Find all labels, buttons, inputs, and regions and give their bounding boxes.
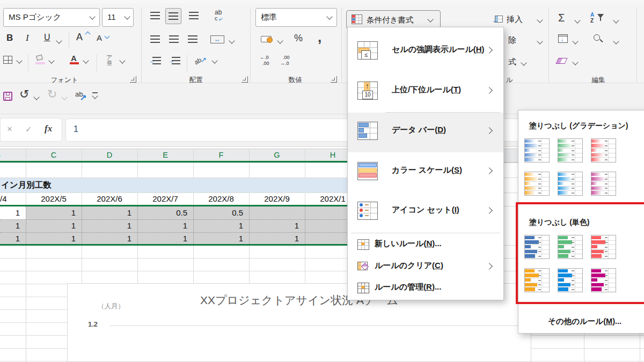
databar-style-gradient-3[interactable] — [591, 138, 616, 162]
cell-value[interactable]: 1 — [36, 208, 76, 217]
font-size-combo[interactable]: 11 — [102, 8, 134, 27]
databar-style-solid-2[interactable] — [558, 235, 583, 259]
ruby-button[interactable]: ア 亜 — [105, 54, 114, 68]
databar-style-solid-5[interactable] — [558, 268, 583, 292]
undo-chevron[interactable] — [33, 94, 39, 100]
currency-chevron[interactable] — [277, 38, 283, 43]
conditional-formatting-button[interactable]: 条件付き書式 — [346, 10, 441, 29]
undo-icon[interactable]: ↺ — [19, 87, 29, 101]
orientation-icon[interactable]: ab ↗ — [194, 55, 208, 68]
find-chevron[interactable] — [613, 38, 619, 44]
menu-item-new-rule[interactable]: 新しいルール(N)... — [348, 234, 503, 255]
borders-chevron[interactable] — [16, 57, 22, 63]
menu-item-top-bottom-rules[interactable]: ↑ 10 上位/下位ルール(T) — [348, 72, 503, 112]
cell-value[interactable]: 1 — [260, 221, 299, 230]
find-icon[interactable] — [594, 34, 603, 44]
column-header-G[interactable]: G — [249, 151, 305, 159]
cell-value[interactable]: 0.5 — [148, 208, 187, 217]
month-cell[interactable]: 202X/7 — [137, 194, 193, 203]
font-name-combo[interactable]: MS Pゴシック — [3, 8, 100, 27]
sort-filter-icon[interactable]: A Z — [590, 12, 609, 26]
cell-value[interactable]: 0.5 — [204, 208, 243, 217]
month-cell[interactable]: 202X/9 — [249, 194, 305, 203]
section-title-row[interactable]: イン月別工数 — [0, 178, 361, 193]
percent-button[interactable]: % — [294, 33, 303, 44]
databar-style-gradient-6[interactable] — [591, 172, 616, 196]
font-color-button[interactable]: A — [70, 54, 79, 64]
menu-item-manage-rules[interactable]: ルールの管理(R)... — [348, 277, 503, 299]
databar-style-solid-1[interactable] — [524, 235, 550, 259]
cell-value[interactable]: 1 — [260, 234, 299, 243]
cell-value[interactable]: 1 — [0, 221, 20, 230]
ruby-chevron[interactable] — [119, 57, 125, 63]
delete-button-partial[interactable]: 除 — [508, 35, 516, 46]
chevron-down-icon[interactable] — [326, 13, 332, 19]
cell-value[interactable]: 1 — [0, 234, 20, 243]
databar-style-solid-4[interactable] — [524, 268, 550, 292]
fill-down-icon[interactable]: ↓ — [558, 34, 568, 43]
format-button-partial[interactable]: 式 — [508, 57, 516, 67]
cell-value[interactable]: 1 — [148, 234, 187, 243]
month-cell[interactable]: /4 — [0, 194, 16, 203]
cell-value[interactable]: 1 — [204, 234, 243, 243]
align-middle-button[interactable] — [165, 8, 181, 24]
italic-button[interactable]: I — [26, 33, 29, 43]
cell-value[interactable]: 1 — [92, 208, 131, 217]
align-center-icon[interactable] — [169, 35, 179, 43]
insert-cells-button[interactable]: ← 挿入 — [491, 13, 544, 28]
cancel-button[interactable]: × — [7, 124, 12, 135]
column-header-D[interactable]: D — [82, 151, 137, 159]
clear-chevron[interactable] — [572, 59, 578, 65]
delete-chevron[interactable] — [537, 38, 543, 44]
customize-qat-icon[interactable] — [92, 92, 98, 99]
orientation-chevron[interactable] — [211, 57, 217, 63]
currency-icon[interactable] — [261, 35, 274, 45]
cell-value[interactable]: 1 — [92, 234, 131, 243]
autosum-button[interactable]: Σ — [558, 12, 565, 24]
align-dialog-launcher[interactable] — [241, 76, 248, 83]
underline-options-chevron[interactable] — [56, 38, 62, 43]
databar-style-solid-3[interactable] — [591, 235, 616, 259]
column-header-F[interactable]: F — [193, 151, 249, 159]
menu-item-data-bars[interactable]: データ バー(D) — [348, 113, 503, 152]
align-top-icon[interactable] — [150, 12, 160, 19]
fill-color-icon[interactable] — [35, 55, 45, 64]
menu-item-clear-rules[interactable]: ルールのクリア(C) — [348, 256, 503, 277]
borders-icon[interactable] — [3, 56, 12, 64]
databar-style-gradient-4[interactable] — [524, 172, 550, 196]
more-rules-item[interactable]: その他のルール(M)... — [518, 313, 644, 330]
grow-font-button[interactable]: A — [76, 32, 83, 43]
number-format-combo[interactable]: 標準 — [255, 8, 337, 27]
databar-style-gradient-1[interactable] — [524, 138, 550, 162]
shrink-font-button[interactable]: A — [97, 33, 102, 42]
month-cell[interactable]: 202X/5 — [26, 194, 82, 203]
bold-button[interactable]: B — [6, 33, 13, 43]
clear-icon[interactable] — [555, 58, 567, 64]
chevron-down-icon[interactable] — [89, 13, 95, 19]
databar-style-gradient-2[interactable] — [558, 138, 583, 162]
redo-chevron[interactable] — [61, 94, 67, 100]
font-dialog-launcher[interactable] — [130, 76, 136, 83]
fill-chevron[interactable] — [572, 38, 578, 44]
insert-function-button[interactable]: fx — [45, 123, 52, 134]
cell-value[interactable]: 1 — [0, 208, 20, 217]
sort-filter-chevron[interactable] — [613, 17, 619, 23]
cell-value[interactable]: 1 — [36, 221, 76, 230]
month-cell[interactable]: 202X/8 — [193, 194, 249, 203]
decrease-indent-icon[interactable]: ← — [150, 57, 162, 64]
align-left-icon[interactable] — [150, 35, 160, 43]
autosum-chevron[interactable] — [574, 17, 580, 23]
column-header-B[interactable]: B — [0, 151, 26, 159]
databar-style-gradient-5[interactable] — [558, 172, 583, 196]
redo-icon[interactable]: ↻ — [47, 87, 57, 101]
format-chevron[interactable] — [521, 60, 526, 65]
cell-value[interactable]: 1 — [148, 221, 187, 230]
align-bottom-icon[interactable] — [189, 12, 199, 19]
align-right-icon[interactable] — [188, 35, 197, 43]
cell-value[interactable]: 1 — [92, 221, 131, 230]
ab-arrow-icon[interactable]: ab ↗ — [75, 90, 89, 103]
increase-indent-icon[interactable]: → — [170, 57, 181, 64]
menu-item-highlight-cells-rules[interactable]: ≤ セルの強調表示ルール(H) — [348, 32, 503, 72]
comma-button[interactable]: , — [318, 29, 321, 46]
menu-item-color-scales[interactable]: カラー スケール(S) — [348, 152, 503, 193]
